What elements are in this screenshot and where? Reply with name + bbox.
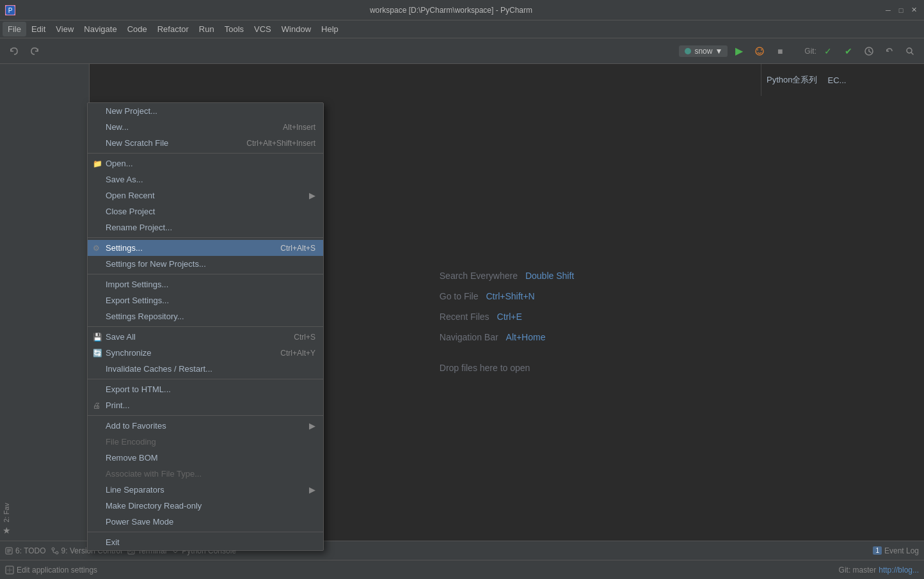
menu-export-html-label: Export to HTML... xyxy=(106,385,171,394)
goto-hint-shortcut: Ctrl+Shift+N xyxy=(486,291,534,301)
menu-file[interactable]: File xyxy=(3,22,26,36)
menu-import-settings[interactable]: Import Settings... xyxy=(88,276,323,292)
git-branch-status: Git: master xyxy=(839,566,877,575)
window-title: workspace [D:\PyCharm\workspace] - PyCha… xyxy=(19,6,883,15)
menu-open-recent[interactable]: Open Recent ▶ xyxy=(88,187,323,203)
window-controls: ─ □ ✕ xyxy=(883,5,919,15)
menu-remove-bom-label: Remove BOM xyxy=(106,453,158,463)
menu-settings[interactable]: ⚙ Settings... Ctrl+Alt+S xyxy=(88,240,323,256)
print-icon: 🖨 xyxy=(93,401,100,410)
menu-vcs[interactable]: VCS xyxy=(249,22,276,36)
close-button[interactable]: ✕ xyxy=(909,5,919,15)
separator-5 xyxy=(88,379,323,379)
undo-button[interactable] xyxy=(5,42,23,60)
menu-rename-project-label: Rename Project... xyxy=(106,223,172,232)
menu-tools[interactable]: Tools xyxy=(219,22,249,36)
menu-power-save[interactable]: Power Save Mode xyxy=(88,514,323,530)
menu-file-encoding-label: File Encoding xyxy=(106,437,156,447)
menu-open[interactable]: 📁 Open... xyxy=(88,155,323,171)
menu-close-project-label: Close Project xyxy=(106,207,155,216)
welcome-hints: Search Everywhere Double Shift Go to Fil… xyxy=(440,271,574,373)
menu-help[interactable]: Help xyxy=(316,22,344,36)
menu-synchronize[interactable]: 🔄 Synchronize Ctrl+Alt+Y xyxy=(88,345,323,361)
menu-save-all[interactable]: 💾 Save All Ctrl+S xyxy=(88,329,323,345)
menu-line-separators[interactable]: Line Separators ▶ xyxy=(88,482,323,498)
menu-window[interactable]: Window xyxy=(276,22,316,36)
search-everywhere-button[interactable] xyxy=(901,42,919,60)
menu-settings-new-projects-label: Settings for New Projects... xyxy=(106,259,206,269)
menu-run[interactable]: Run xyxy=(194,22,219,36)
menu-navigate[interactable]: Navigate xyxy=(79,22,122,36)
menu-exit[interactable]: Exit xyxy=(88,534,323,550)
edit-settings-icon xyxy=(5,566,14,575)
sync-icon: 🔄 xyxy=(93,349,102,358)
debug-button[interactable] xyxy=(751,42,769,60)
git-rollback-button[interactable] xyxy=(880,42,898,60)
menu-save-all-shortcut: Ctrl+S xyxy=(294,333,315,342)
stop-button[interactable]: ■ xyxy=(771,42,789,60)
menu-new-project[interactable]: New Project... xyxy=(88,103,323,119)
run-config-selector[interactable]: snow ▼ xyxy=(679,45,728,57)
run-button[interactable]: ▶ xyxy=(730,42,748,60)
menu-view[interactable]: View xyxy=(51,22,79,36)
external-label-1: Python全系列 xyxy=(767,74,817,86)
separator-6 xyxy=(88,415,323,416)
menu-new-project-label: New Project... xyxy=(106,106,157,116)
search-hint-shortcut: Double Shift xyxy=(525,271,574,281)
save-all-icon: 💾 xyxy=(93,333,102,342)
menu-open-recent-label: Open Recent xyxy=(106,191,155,200)
menu-settings-repository[interactable]: Settings Repository... xyxy=(88,308,323,324)
line-separators-arrow-icon: ▶ xyxy=(309,485,315,495)
svg-point-10 xyxy=(56,551,58,554)
minimize-button[interactable]: ─ xyxy=(883,5,893,15)
menu-save-as[interactable]: Save As... xyxy=(88,171,323,187)
menu-refactor[interactable]: Refactor xyxy=(152,22,194,36)
menu-add-favorites[interactable]: Add to Favorites ▶ xyxy=(88,418,323,434)
menu-bar: File Edit View Navigate Code Refactor Ru… xyxy=(0,20,924,38)
menu-make-readonly[interactable]: Make Directory Read-only xyxy=(88,498,323,514)
goto-hint-label: Go to File xyxy=(440,291,479,301)
title-bar: P workspace [D:\PyCharm\workspace] - PyC… xyxy=(0,0,924,20)
menu-edit[interactable]: Edit xyxy=(26,22,51,36)
edit-settings-label[interactable]: Edit application settings xyxy=(17,566,97,575)
menu-associate-file-type: Associate with File Type... xyxy=(88,466,323,482)
open-folder-icon: 📁 xyxy=(93,159,102,168)
git-push-button[interactable]: ✔ xyxy=(840,42,857,60)
svg-point-9 xyxy=(52,548,54,550)
bottom-info-bar: Edit application settings Git: master ht… xyxy=(0,560,924,579)
menu-close-project[interactable]: Close Project xyxy=(88,203,323,219)
menu-new-scratch-file-label: New Scratch File xyxy=(106,138,168,148)
menu-export-settings[interactable]: Export Settings... xyxy=(88,292,323,308)
menu-settings-label: Settings... xyxy=(106,243,143,253)
menu-export-html[interactable]: Export to HTML... xyxy=(88,381,323,397)
favorites-tab[interactable]: 2: Fav xyxy=(1,500,12,525)
search-hint: Search Everywhere Double Shift xyxy=(440,271,574,281)
menu-rename-project[interactable]: Rename Project... xyxy=(88,219,323,235)
menu-remove-bom[interactable]: Remove BOM xyxy=(88,450,323,466)
redo-button[interactable] xyxy=(26,42,44,60)
menu-settings-new-projects[interactable]: Settings for New Projects... xyxy=(88,256,323,272)
favorites-icon[interactable]: ★ xyxy=(3,525,11,535)
recent-hint-shortcut: Ctrl+E xyxy=(497,312,522,322)
menu-settings-repository-label: Settings Repository... xyxy=(106,312,184,321)
git-history-button[interactable] xyxy=(860,42,878,60)
todo-panel-button[interactable]: 6: TODO xyxy=(5,546,46,555)
git-commit-button[interactable]: ✓ xyxy=(819,42,837,60)
menu-new[interactable]: New... Alt+Insert xyxy=(88,119,323,135)
menu-save-as-label: Save As... xyxy=(106,175,143,184)
menu-print[interactable]: 🖨 Print... xyxy=(88,397,323,413)
menu-invalidate-caches[interactable]: Invalidate Caches / Restart... xyxy=(88,361,323,377)
run-config-dropdown-icon: ▼ xyxy=(715,47,722,56)
settings-gear-icon: ⚙ xyxy=(93,244,100,253)
run-config-name: snow xyxy=(694,47,712,56)
svg-point-4 xyxy=(757,49,758,51)
menu-new-scratch-file[interactable]: New Scratch File Ctrl+Alt+Shift+Insert xyxy=(88,135,323,151)
menu-invalidate-caches-label: Invalidate Caches / Restart... xyxy=(106,364,212,374)
menu-code[interactable]: Code xyxy=(122,22,152,36)
separator-7 xyxy=(88,532,323,532)
left-sidebar: 2: Fav ★ xyxy=(0,64,90,579)
menu-add-favorites-label: Add to Favorites xyxy=(106,421,166,431)
maximize-button[interactable]: □ xyxy=(896,5,906,15)
event-log-button[interactable]: 1 Event Log xyxy=(873,546,919,555)
separator-1 xyxy=(88,153,323,154)
